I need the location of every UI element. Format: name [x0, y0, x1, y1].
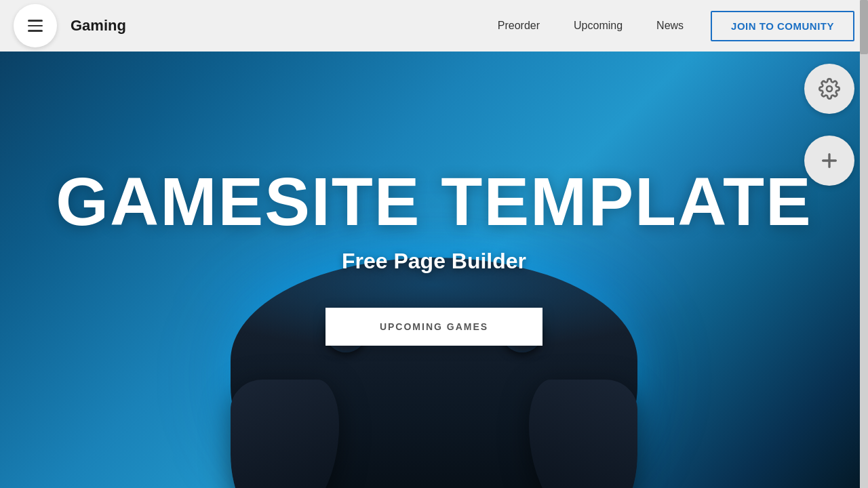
header: Gaming Preorder Upcoming News JOIN TO CO…	[0, 0, 868, 52]
settings-fab-button[interactable]	[804, 64, 854, 114]
hero-section: GAMESITE TEMPLATE Free Page Builder UPCO…	[0, 0, 868, 488]
scrollbar-thumb[interactable]	[860, 0, 868, 54]
upcoming-games-button[interactable]: UPCOMING GAMES	[326, 308, 542, 346]
hero-title: GAMESITE TEMPLATE	[56, 167, 812, 235]
menu-icon-line3	[28, 30, 43, 32]
gear-icon	[818, 78, 840, 100]
svg-point-0	[827, 86, 832, 92]
main-nav: Preorder Upcoming News JOIN TO COMUNITY	[484, 11, 854, 41]
plus-icon	[818, 150, 840, 171]
menu-button[interactable]	[14, 4, 57, 47]
scrollbar[interactable]	[860, 0, 868, 488]
nav-news[interactable]: News	[643, 13, 697, 39]
nav-preorder[interactable]: Preorder	[484, 13, 553, 39]
menu-icon-line2	[28, 25, 43, 27]
add-fab-button[interactable]	[804, 136, 854, 186]
hero-subtitle: Free Page Builder	[342, 249, 526, 274]
join-community-button[interactable]: JOIN TO COMUNITY	[711, 11, 854, 41]
brand-title: Gaming	[71, 17, 126, 35]
menu-icon-line1	[28, 20, 43, 22]
nav-upcoming[interactable]: Upcoming	[560, 13, 636, 39]
hero-content: GAMESITE TEMPLATE Free Page Builder UPCO…	[0, 52, 868, 488]
